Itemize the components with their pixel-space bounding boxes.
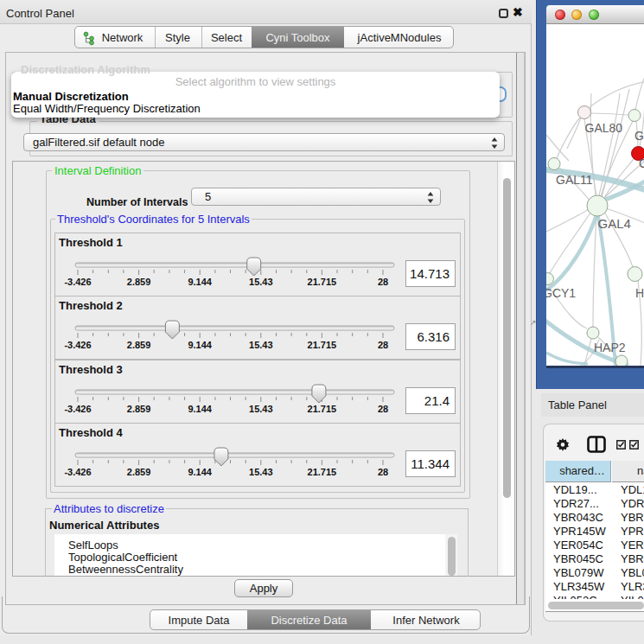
svg-text:9.144: 9.144	[188, 404, 212, 414]
svg-text:GAL80: GAL80	[585, 121, 623, 135]
svg-text:Threshold 1: Threshold 1	[59, 236, 123, 249]
svg-text:9.144: 9.144	[188, 277, 212, 287]
svg-text:9.144: 9.144	[188, 340, 212, 350]
svg-text:2.859: 2.859	[127, 277, 151, 287]
svg-text:28: 28	[378, 340, 388, 350]
svg-text:15.43: 15.43	[249, 277, 273, 287]
svg-text:2.859: 2.859	[127, 340, 151, 350]
svg-text:GAL: GAL	[634, 129, 644, 143]
svg-text:-3.426: -3.426	[64, 404, 91, 414]
svg-text:2.859: 2.859	[127, 404, 151, 414]
svg-text:21.715: 21.715	[308, 340, 337, 350]
svg-text:GAL4: GAL4	[598, 216, 631, 231]
svg-text:GCY1: GCY1	[546, 286, 576, 300]
svg-text:Threshold 3: Threshold 3	[59, 363, 123, 376]
svg-text:21.715: 21.715	[308, 277, 337, 287]
svg-text:Threshold 4: Threshold 4	[59, 426, 123, 439]
svg-text:HI: HI	[635, 286, 644, 300]
svg-text:-3.426: -3.426	[64, 277, 91, 287]
svg-text:15.43: 15.43	[249, 340, 273, 350]
svg-text:GAL11: GAL11	[556, 173, 593, 187]
svg-text:2.859: 2.859	[127, 467, 151, 477]
svg-text:HAP2: HAP2	[594, 341, 626, 354]
svg-text:15.43: 15.43	[249, 467, 273, 477]
svg-text:28: 28	[378, 277, 388, 287]
svg-text:15.43: 15.43	[249, 404, 273, 414]
svg-text:28: 28	[378, 467, 388, 477]
svg-text:28: 28	[378, 404, 388, 414]
svg-text:9.144: 9.144	[188, 467, 212, 477]
svg-text:-3.426: -3.426	[64, 340, 91, 350]
svg-text:21.715: 21.715	[308, 404, 337, 414]
svg-text:Threshold 2: Threshold 2	[59, 299, 123, 312]
svg-text:C: C	[639, 156, 644, 170]
svg-text:21.715: 21.715	[308, 467, 337, 477]
svg-text:-3.426: -3.426	[64, 467, 91, 477]
